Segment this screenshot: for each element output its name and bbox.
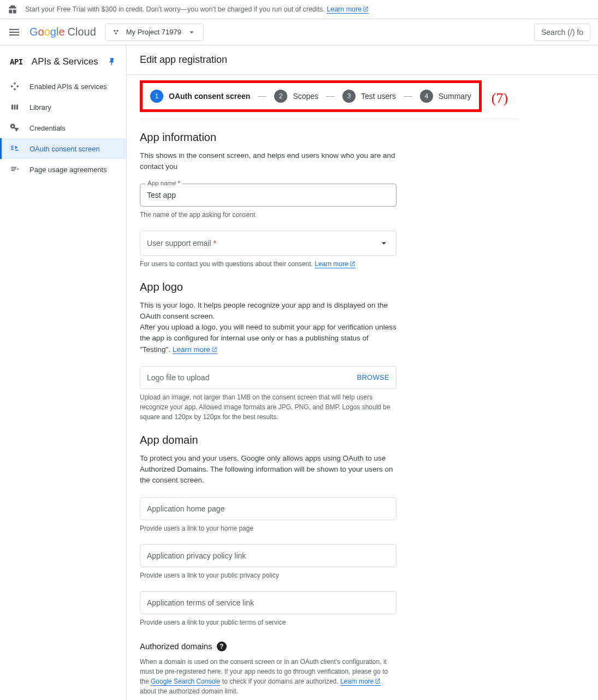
sidebar-title: APIs & Services <box>32 56 98 67</box>
logo-upload-field-wrap: Logo file to upload BROWSE <box>140 366 396 389</box>
diamond-icon <box>10 81 20 91</box>
app-logo-heading: App logo <box>140 281 518 293</box>
project-name: My Project 71979 <box>126 28 181 36</box>
step-oauth-consent[interactable]: 1 OAuth consent screen <box>150 90 250 103</box>
menu-icon[interactable] <box>8 26 21 39</box>
help-icon[interactable]: ? <box>217 642 227 651</box>
external-link-icon <box>375 678 381 684</box>
svg-point-0 <box>114 30 115 31</box>
svg-point-1 <box>116 30 118 31</box>
privacy-link-field-wrap <box>140 544 396 567</box>
sidebar-item-label: Page usage agreements <box>29 166 107 174</box>
app-name-hint: The name of the app asking for consent <box>140 210 396 220</box>
app-name-label: App name * <box>145 180 182 186</box>
external-link-icon <box>363 6 369 12</box>
app-logo-desc1: This is your logo. It helps people recog… <box>140 300 396 322</box>
google-cloud-logo[interactable]: Google Cloud <box>29 26 96 38</box>
external-link-icon <box>350 261 356 267</box>
app-logo-learn-more-link[interactable]: Learn more <box>173 345 217 354</box>
auth-domains-desc-mid: to check if your domains are authorized. <box>222 678 339 685</box>
app-name-input[interactable] <box>140 184 396 207</box>
free-trial-banner: Start your Free Trial with $300 in credi… <box>0 0 598 19</box>
pin-icon[interactable] <box>108 57 116 66</box>
auth-domains-desc-post: about the authorized domain limit. <box>140 687 238 695</box>
tos-link-field-wrap <box>140 591 396 614</box>
app-information-heading: App information <box>140 131 518 144</box>
sidebar-item-label: OAuth consent screen <box>29 145 100 153</box>
stepper: 1 OAuth consent screen 2 Scopes 3 Test u… <box>140 80 482 112</box>
agreements-icon <box>10 164 20 174</box>
home-page-input[interactable] <box>140 497 396 520</box>
sidebar-item-oauth-consent[interactable]: OAuth consent screen <box>0 138 126 159</box>
library-icon <box>10 102 20 112</box>
step-summary[interactable]: 4 Summary <box>420 90 471 103</box>
step-scopes[interactable]: 2 Scopes <box>274 90 318 103</box>
browse-button[interactable]: BROWSE <box>357 373 389 381</box>
sidebar-item-page-usage[interactable]: Page usage agreements <box>0 159 126 180</box>
external-link-icon <box>211 346 217 352</box>
app-domain-desc: To protect you and your users, Google on… <box>140 453 396 486</box>
logo-file-input[interactable]: Logo file to upload BROWSE <box>140 366 396 389</box>
app-domain-heading: App domain <box>140 434 518 446</box>
app-information-desc: This shows in the consent screen, and he… <box>140 150 396 173</box>
authorized-domains-heading: Authorized domains ? <box>140 642 518 651</box>
search-input[interactable]: Search (/) fo <box>534 23 590 41</box>
chevron-down-icon <box>187 27 197 37</box>
banner-learn-more-link[interactable]: Learn more <box>327 5 369 14</box>
sidebar-item-enabled-apis[interactable]: Enabled APIs & services <box>0 76 126 97</box>
logo-file-hint: Upload an image, not larger than 1MB on … <box>140 392 396 422</box>
support-email-select[interactable]: User support email * <box>140 231 396 256</box>
project-selector[interactable]: My Project 71979 <box>105 23 204 41</box>
main-content: Edit app registration 1 OAuth consent sc… <box>127 45 598 700</box>
support-email-learn-more-link[interactable]: Learn more <box>315 260 355 268</box>
sidebar: API APIs & Services Enabled APIs & servi… <box>0 45 127 700</box>
sidebar-header: API APIs & Services <box>0 51 126 76</box>
home-page-hint: Provide users a link to your home page <box>140 523 396 533</box>
api-badge-icon: API <box>10 57 23 66</box>
main-header: Google Cloud My Project 71979 Search (/)… <box>0 19 598 45</box>
sidebar-item-label: Library <box>29 103 51 111</box>
banner-text: Start your Free Trial with $300 in credi… <box>25 5 325 13</box>
home-page-field-wrap <box>140 497 396 520</box>
key-icon <box>10 123 20 133</box>
sidebar-item-label: Enabled APIs & services <box>29 83 107 91</box>
sidebar-item-label: Credentials <box>29 124 66 132</box>
sidebar-item-library[interactable]: Library <box>0 97 126 117</box>
annotation-number: (7) <box>492 90 508 107</box>
sidebar-item-credentials[interactable]: Credentials <box>0 117 126 138</box>
privacy-link-hint: Provide users a link to your public priv… <box>140 570 396 580</box>
gift-icon <box>8 4 17 14</box>
auth-domains-learn-more-link[interactable]: Learn more <box>340 678 381 686</box>
support-email-hint: For users to contact you with questions … <box>140 260 313 268</box>
page-title: Edit app registration <box>127 45 598 75</box>
tos-link-hint: Provide users a link to your public term… <box>140 617 396 627</box>
chevron-down-icon <box>378 238 389 249</box>
tos-link-input[interactable] <box>140 591 396 614</box>
consent-icon <box>10 144 20 154</box>
privacy-link-input[interactable] <box>140 544 396 567</box>
app-name-field-wrap: App name * <box>140 184 396 207</box>
search-console-link[interactable]: Google Search Console <box>151 678 220 686</box>
step-test-users[interactable]: 3 Test users <box>342 90 396 103</box>
project-icon <box>112 28 121 37</box>
support-email-field-wrap: User support email * <box>140 231 396 256</box>
svg-point-2 <box>115 32 116 34</box>
